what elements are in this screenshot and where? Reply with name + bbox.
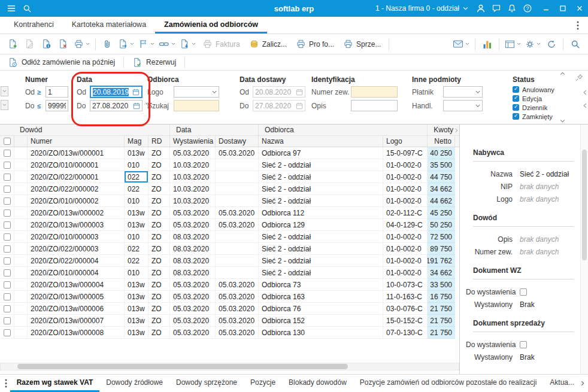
link-documents-button[interactable] (157, 37, 177, 52)
attachments-button[interactable] (99, 37, 116, 52)
table-row[interactable]: 2020/ZO/013w/000007013wZO05.03.202005.03… (0, 315, 459, 327)
cell-dostawy[interactable]: 05.03.2020 (216, 315, 259, 327)
cell-nazwa[interactable]: Sieć 2 - oddział (259, 231, 383, 243)
cell-dostawy[interactable] (216, 231, 259, 243)
zaliczka-button[interactable]: Zalicz... (245, 37, 291, 52)
row-checkbox-cell[interactable] (0, 195, 14, 207)
select-all-checkbox[interactable] (4, 138, 11, 145)
cell-netto[interactable]: 35 500 (428, 159, 455, 171)
row-checkbox[interactable] (4, 257, 11, 265)
cell-netto[interactable]: 33 500 (428, 279, 455, 291)
cell-netto[interactable]: 34 662 (428, 183, 455, 195)
data-od-input[interactable]: 20.08.2019 (90, 86, 143, 98)
filter-scroll-up-icon[interactable] (560, 72, 565, 75)
do-wystawienia-checkbox[interactable] (520, 288, 527, 296)
more-options-icon[interactable] (2, 375, 10, 392)
bottom-tab-pozycje-zamowien[interactable]: Pozycje zamówień od odbiorców pozostałe … (353, 375, 544, 392)
cell-netto[interactable]: 50 250 (428, 219, 455, 231)
cell-wystawienia[interactable]: 08.03.2020 (170, 243, 216, 255)
cell-dostawy[interactable]: 05.03.2020 (216, 207, 259, 219)
numer-zew-input[interactable] (351, 86, 398, 98)
company-selector[interactable]: 1 - Nasza firma 0 - oddział (375, 4, 468, 13)
cell-mag[interactable]: 013w (125, 207, 148, 219)
cell-logo[interactable]: 04-0-129-C (383, 219, 428, 231)
cell-rd[interactable]: ZO (148, 219, 170, 231)
cell-wystawienia[interactable]: 08.03.2020 (170, 231, 216, 243)
cell-nazwa[interactable]: Sieć 2 - oddział (259, 183, 383, 195)
cell-mag[interactable]: 013w (125, 303, 148, 315)
table-row[interactable]: 2020/ZO/013w/000005013wZO05.03.202005.03… (0, 291, 459, 303)
cell-dostawy[interactable] (216, 243, 259, 255)
cell-netto[interactable]: 34 662 (428, 267, 455, 279)
column-header-mag[interactable]: Mag (125, 136, 148, 147)
cell-mag[interactable]: 022 (125, 183, 148, 195)
cell-numer[interactable]: 2020/ZO/010/000001 (28, 159, 125, 171)
handlowiec-select[interactable] (443, 100, 483, 111)
delete-document-button[interactable] (55, 37, 71, 52)
cell-netto[interactable]: 72 500 (428, 231, 455, 243)
proforma-button[interactable]: Pro fo... (292, 37, 338, 52)
table-row[interactable]: 2020/ZO/013w/000008013wZO05.03.202005.03… (0, 327, 459, 339)
cell-mag[interactable]: 013w (125, 279, 148, 291)
cell-nazwa[interactable]: Odbiorca 130 (259, 327, 383, 339)
cell-rd[interactable]: ZO (148, 291, 170, 303)
bottom-tab-aktua[interactable]: Aktua... (543, 375, 581, 392)
cell-netto[interactable]: 40 250 (428, 147, 455, 159)
bottom-tab-dowody-zrodlowe[interactable]: Dowody źródłowe (99, 375, 169, 392)
cell-logo[interactable]: 15-0-097-C (383, 147, 428, 159)
bottom-tab-pozycje[interactable]: Pozycje (244, 375, 282, 392)
status-option-1[interactable]: Edycja (513, 94, 554, 103)
cell-rd[interactable]: ZO (148, 279, 170, 291)
cell-logo[interactable]: 11-0-163-C (383, 291, 428, 303)
cell-logo[interactable]: 02-0-112-C (383, 207, 428, 219)
cell-netto[interactable]: 44 750 (428, 171, 455, 183)
layout-button[interactable] (503, 37, 523, 52)
cell-mag[interactable]: 022 (125, 255, 148, 267)
cell-wystawienia[interactable]: 05.03.2020 (170, 291, 216, 303)
cell-numer[interactable]: 2020/ZO/013w/000003 (28, 219, 125, 231)
cell-mag[interactable]: 022 (125, 171, 148, 183)
cell-wystawienia[interactable]: 05.03.2020 (170, 315, 216, 327)
row-checkbox[interactable] (4, 281, 11, 288)
cell-dostawy[interactable]: 05.03.2020 (216, 147, 259, 159)
row-checkbox-cell[interactable] (0, 207, 14, 219)
table-row[interactable]: 2020/ZO/022/000001022ZO10.03.2020Sieć 2 … (0, 171, 459, 183)
data-do-input[interactable]: 27.08.2020 (90, 100, 143, 111)
chart-button[interactable] (479, 37, 495, 52)
cell-logo[interactable]: 01-0-002-0 (383, 183, 428, 195)
status-option-3[interactable]: Zamknięty (513, 112, 554, 121)
cell-dostawy[interactable]: 05.03.2020 (216, 327, 259, 339)
numer-od-input[interactable] (46, 86, 68, 98)
cell-dostawy[interactable]: 05.03.2020 (216, 291, 259, 303)
table-row[interactable]: 2020/ZO/022/000002022ZO10.03.2020Sieć 2 … (0, 183, 459, 195)
collapse-left-icon[interactable] (583, 90, 587, 95)
checkbox[interactable] (513, 113, 519, 120)
row-checkbox[interactable] (4, 245, 11, 253)
cell-logo[interactable]: 07-0-130-C (383, 327, 428, 339)
cell-rd[interactable]: ZO (148, 243, 170, 255)
cell-wystawienia[interactable]: 05.03.2020 (170, 279, 216, 291)
row-checkbox-cell[interactable] (0, 159, 14, 171)
cell-netto[interactable]: 44 662 (428, 195, 455, 207)
cell-mag[interactable]: 013w (125, 219, 148, 231)
cell-rd[interactable]: ZO (148, 195, 170, 207)
cell-numer[interactable]: 2020/ZO/022/000004 (28, 255, 125, 267)
cell-numer[interactable]: 2020/ZO/010/000002 (28, 195, 125, 207)
more-options-icon[interactable] (571, 17, 584, 34)
cell-logo[interactable]: 01-0-002-0 (383, 159, 428, 171)
cell-numer[interactable]: 2020/ZO/010/000004 (28, 267, 125, 279)
row-checkbox[interactable] (4, 209, 11, 217)
cell-netto[interactable]: 45 250 (428, 207, 455, 219)
row-checkbox-cell[interactable] (0, 183, 14, 195)
settings-button[interactable] (523, 37, 542, 52)
cell-dostawy[interactable]: 05.03.2020 (216, 279, 259, 291)
cell-numer[interactable]: 2020/ZO/022/000001 (28, 171, 125, 183)
cell-nazwa[interactable]: Odbiorca 152 (259, 315, 383, 327)
column-header-netto[interactable]: Netto (428, 136, 455, 147)
cell-logo[interactable]: 01-0-002-0 (383, 171, 428, 183)
cell-rd[interactable]: ZO (148, 255, 170, 267)
transfer-document-button[interactable] (178, 37, 198, 52)
cell-nazwa[interactable]: Odbiorca 163 (259, 291, 383, 303)
cell-rd[interactable]: ZO (148, 207, 170, 219)
details-scrollbar[interactable] (580, 124, 588, 374)
